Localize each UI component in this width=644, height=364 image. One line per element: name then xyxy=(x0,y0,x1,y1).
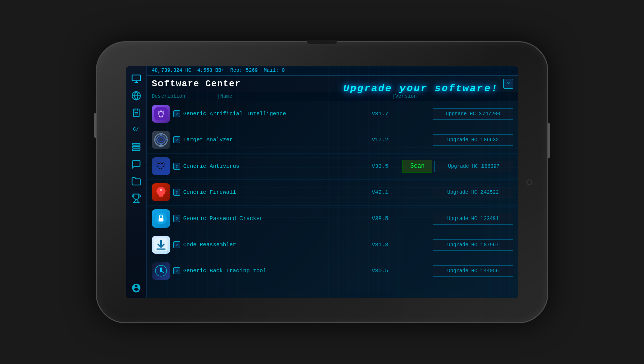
sw-actions-backtrack: Upgrade HC 144056 xyxy=(403,265,513,277)
svg-point-14 xyxy=(158,113,159,114)
svg-rect-10 xyxy=(132,143,140,145)
sw-icon-antivirus: 🛡 xyxy=(152,157,170,175)
table-header: Description |Name |Version xyxy=(147,92,518,101)
software-row-antivirus: 🛡 ? Generic Antivirus V33.5 ScanUpgrade … xyxy=(147,154,518,180)
svg-rect-11 xyxy=(132,146,140,148)
sidebar-item-monitor[interactable] xyxy=(128,70,144,87)
rep-value: Rep: 5269 xyxy=(230,68,258,74)
sw-version-reassembler: V31.8 xyxy=(372,242,399,248)
sw-help-antivirus[interactable]: ? xyxy=(173,163,180,170)
svg-point-15 xyxy=(163,113,164,114)
svg-rect-0 xyxy=(132,75,140,81)
sw-name-antivirus: Generic Antivirus xyxy=(183,163,369,169)
sw-help-backtrack[interactable]: ? xyxy=(173,267,180,274)
col-header-version: |Version xyxy=(392,94,433,99)
svg-point-20 xyxy=(157,136,165,144)
upgrade-button-reassembler[interactable]: Upgrade HC 187967 xyxy=(433,239,513,251)
sw-actions-target: Upgrade HC 186632 xyxy=(403,134,513,146)
phone-screen: C/ 48,739,324 HC 4,558 BB+ Rep xyxy=(126,66,518,298)
svg-rect-28 xyxy=(159,218,164,222)
sw-icon-backtrack xyxy=(152,262,170,280)
sw-name-password: Generic Password Cracker xyxy=(183,215,369,222)
hc-balance: 48,739,324 HC xyxy=(152,68,191,74)
power-button xyxy=(548,123,550,158)
sw-icon-target xyxy=(152,131,170,149)
sw-version-target: V17.2 xyxy=(372,137,399,143)
sw-icon-ai xyxy=(152,105,170,123)
sw-help-password[interactable]: ? xyxy=(173,215,180,222)
sw-name-reassembler: Code Reassembler xyxy=(183,242,369,248)
software-row-target: ? Target Analyzer V17.2 Upgrade HC 18663… xyxy=(147,127,518,154)
sw-name-backtrack: Generic Back-Tracing tool xyxy=(183,268,369,274)
sidebar-item-trophy[interactable] xyxy=(128,190,144,206)
app-title: Software Center xyxy=(152,79,241,89)
sw-name-firewall: Generic Firewall xyxy=(183,189,369,195)
sw-help-firewall[interactable]: ? xyxy=(173,189,180,196)
camera-notch xyxy=(307,40,337,44)
col-header-name: |Name xyxy=(187,94,392,99)
svg-rect-13 xyxy=(154,107,168,120)
sw-version-backtrack: V30.5 xyxy=(372,268,399,274)
upgrade-button-antivirus[interactable]: Upgrade HC 186397 xyxy=(434,161,513,172)
sidebar-item-server[interactable] xyxy=(128,139,144,155)
svg-point-21 xyxy=(159,138,163,142)
sidebar-item-chat[interactable] xyxy=(128,156,144,172)
bb-balance: 4,558 BB+ xyxy=(197,68,224,74)
upgrade-button-target[interactable]: Upgrade HC 186632 xyxy=(433,134,513,146)
sw-version-password: V38.5 xyxy=(372,215,399,222)
software-row-password: ? Generic Password Cracker V38.5 Upgrade… xyxy=(147,206,518,232)
software-row-backtrack: ? Generic Back-Tracing tool V30.5 Upgrad… xyxy=(147,258,518,284)
upgrade-button-ai[interactable]: Upgrade HC 3747200 xyxy=(433,108,513,120)
upgrade-button-password[interactable]: Upgrade HC 123481 xyxy=(433,213,513,225)
upgrade-button-firewall[interactable]: Upgrade HC 242522 xyxy=(433,187,513,198)
sw-icon-reassembler xyxy=(152,236,170,254)
svg-rect-12 xyxy=(132,149,140,150)
app-header: Software Center Upgrade your software! ? xyxy=(147,76,518,92)
sidebar-item-agent[interactable] xyxy=(128,280,144,296)
sw-version-ai: V31.7 xyxy=(372,111,399,117)
sw-actions-reassembler: Upgrade HC 187967 xyxy=(403,239,513,251)
status-bar: 48,739,324 HC 4,558 BB+ Rep: 5269 Mail: … xyxy=(147,66,518,76)
sw-version-antivirus: V33.5 xyxy=(372,163,399,169)
sw-help-target[interactable]: ? xyxy=(173,136,180,143)
sw-name-target: Target Analyzer xyxy=(183,137,369,143)
sidebar-item-clipboard[interactable] xyxy=(128,105,144,121)
col-header-description: Description xyxy=(152,94,187,99)
upgrade-button-backtrack[interactable]: Upgrade HC 144056 xyxy=(433,265,513,277)
sidebar: C/ xyxy=(126,66,147,298)
software-row-reassembler: ? Code Reassembler V31.8 Upgrade HC 1879… xyxy=(147,232,518,258)
sw-icon-password xyxy=(152,209,170,228)
sw-actions-ai: Upgrade HC 3747200 xyxy=(403,108,513,120)
sw-help-reassembler[interactable]: ? xyxy=(173,241,180,248)
volume-button xyxy=(94,113,96,138)
phone-frame: C/ 48,739,324 HC 4,558 BB+ Rep xyxy=(96,41,548,323)
sw-actions-antivirus: ScanUpgrade HC 186397 xyxy=(403,160,513,173)
software-row-firewall: ? Generic Firewall V42.1 Upgrade HC 2425… xyxy=(147,180,518,206)
svg-line-17 xyxy=(158,112,159,112)
sidebar-item-globe[interactable] xyxy=(128,88,144,104)
header-help-button[interactable]: ? xyxy=(503,79,513,89)
sw-version-firewall: V42.1 xyxy=(372,189,399,195)
sw-help-ai[interactable]: ? xyxy=(173,110,180,117)
mail-count: Mail: 0 xyxy=(264,68,285,74)
sidebar-item-terminal[interactable]: C/ xyxy=(128,122,144,138)
sw-actions-password: Upgrade HC 123481 xyxy=(403,213,513,225)
main-content: 48,739,324 HC 4,558 BB+ Rep: 5269 Mail: … xyxy=(147,66,518,298)
camera xyxy=(526,179,532,185)
sw-icon-firewall xyxy=(152,183,170,201)
sidebar-item-folder[interactable] xyxy=(128,173,144,189)
sw-name-ai: Generic Artificial Intelligence xyxy=(183,111,369,117)
software-list: ? Generic Artificial Intelligence V31.7 … xyxy=(147,101,518,298)
svg-point-26 xyxy=(160,189,162,191)
scan-button-antivirus[interactable]: Scan xyxy=(403,160,432,173)
sw-actions-firewall: Upgrade HC 242522 xyxy=(403,187,513,198)
software-row-ai: ? Generic Artificial Intelligence V31.7 … xyxy=(147,101,518,127)
svg-line-18 xyxy=(163,112,164,112)
